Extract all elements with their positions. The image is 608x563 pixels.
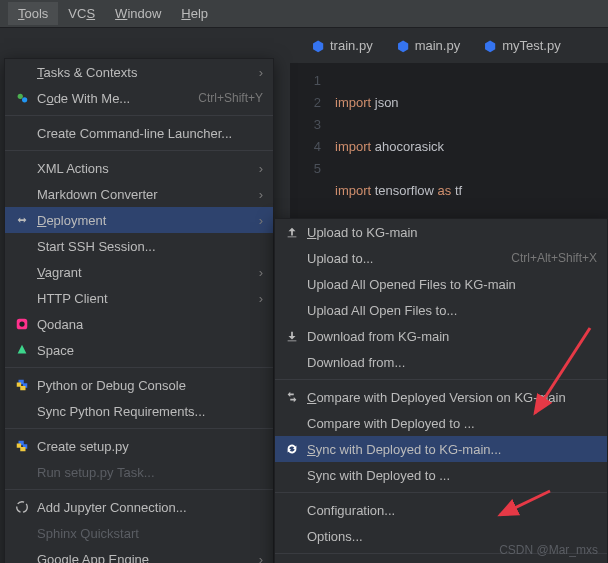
- menu-item-label: Sync Python Requirements...: [37, 404, 263, 419]
- submenu-arrow-icon: ›: [259, 213, 263, 228]
- menu-separator: [5, 115, 273, 116]
- python-file-icon: ⬢: [397, 38, 409, 54]
- python-icon: [13, 439, 31, 453]
- submenu-arrow-icon: ›: [259, 552, 263, 564]
- menu-vcs[interactable]: VCS: [58, 2, 105, 25]
- menu-separator: [5, 367, 273, 368]
- menu-item-label: Sync with Deployed to ...: [307, 468, 597, 483]
- menu-item-label: Code With Me...: [37, 91, 198, 106]
- upload-icon: [283, 225, 301, 239]
- tools-menu-item-6[interactable]: Markdown Converter›: [5, 181, 273, 207]
- deploy-menu-item-10[interactable]: Sync with Deployed to ...: [275, 462, 607, 488]
- menu-separator: [5, 150, 273, 151]
- python-icon: [13, 378, 31, 392]
- deploy-menu-item-12[interactable]: Configuration...: [275, 497, 607, 523]
- tools-menu-item-11[interactable]: Qodana: [5, 311, 273, 337]
- tab-train[interactable]: ⬢train.py: [300, 38, 385, 54]
- tools-menu-item-20[interactable]: Add Jupyter Connection...: [5, 494, 273, 520]
- menu-item-label: Download from...: [307, 355, 597, 370]
- space-icon: [13, 343, 31, 357]
- deploy-menu-item-9[interactable]: Sync with Deployed to KG-main...: [275, 436, 607, 462]
- watermark: CSDN @Mar_mxs: [499, 543, 598, 557]
- menu-item-label: Start SSH Session...: [37, 239, 263, 254]
- tools-menu-item-22[interactable]: Google App Engine›: [5, 546, 273, 563]
- deploy-menu-item-5[interactable]: Download from...: [275, 349, 607, 375]
- menu-window[interactable]: Window: [105, 2, 171, 25]
- menu-item-label: Space: [37, 343, 263, 358]
- tools-menu-item-1[interactable]: Code With Me...Ctrl+Shift+Y: [5, 85, 273, 111]
- tools-menu-item-18: Run setup.py Task...: [5, 459, 273, 485]
- menu-item-label: XML Actions: [37, 161, 251, 176]
- menu-item-label: Upload All Open Files to...: [307, 303, 597, 318]
- main-area: ⬢train.py ⬢main.py ⬢myTest.py 1 2 3 4 5 …: [0, 28, 608, 563]
- menu-separator: [5, 489, 273, 490]
- menu-item-label: Create setup.py: [37, 439, 263, 454]
- submenu-arrow-icon: ›: [259, 187, 263, 202]
- menu-help[interactable]: Help: [171, 2, 218, 25]
- tools-menu-item-9[interactable]: Vagrant›: [5, 259, 273, 285]
- menu-item-label: Compare with Deployed Version on KG-main: [307, 390, 597, 405]
- menu-item-label: Download from KG-main: [307, 329, 597, 344]
- tools-menu-item-14[interactable]: Python or Debug Console: [5, 372, 273, 398]
- tools-menu-item-8[interactable]: Start SSH Session...: [5, 233, 273, 259]
- svg-point-0: [18, 94, 23, 99]
- sync-icon: [283, 442, 301, 456]
- menu-item-label: Google App Engine: [37, 552, 251, 564]
- tools-menu-item-12[interactable]: Space: [5, 337, 273, 363]
- deploy-menu-item-8[interactable]: Compare with Deployed to ...: [275, 410, 607, 436]
- deployment-submenu: Upload to KG-mainUpload to...Ctrl+Alt+Sh…: [274, 218, 608, 563]
- code-with-me-icon: [13, 91, 31, 105]
- menu-item-label: Tasks & Contexts: [37, 65, 251, 80]
- svg-point-4: [17, 502, 28, 513]
- menu-item-label: Markdown Converter: [37, 187, 251, 202]
- menu-item-label: Create Command-line Launcher...: [37, 126, 263, 141]
- menu-item-label: Upload All Opened Files to KG-main: [307, 277, 597, 292]
- deploy-menu-item-1[interactable]: Upload to...Ctrl+Alt+Shift+X: [275, 245, 607, 271]
- tools-menu-item-0[interactable]: Tasks & Contexts›: [5, 59, 273, 85]
- menu-item-label: Deployment: [37, 213, 251, 228]
- menu-shortcut: Ctrl+Shift+Y: [198, 91, 263, 105]
- tab-mytest[interactable]: ⬢myTest.py: [472, 38, 573, 54]
- menu-item-label: Vagrant: [37, 265, 251, 280]
- menu-item-label: Compare with Deployed to ...: [307, 416, 597, 431]
- menu-item-label: Qodana: [37, 317, 263, 332]
- menu-item-label: Upload to...: [307, 251, 511, 266]
- tools-menu-item-17[interactable]: Create setup.py: [5, 433, 273, 459]
- submenu-arrow-icon: ›: [259, 65, 263, 80]
- qodana-icon: [13, 317, 31, 331]
- menu-item-label: Python or Debug Console: [37, 378, 263, 393]
- tools-menu-item-10[interactable]: HTTP Client›: [5, 285, 273, 311]
- submenu-arrow-icon: ›: [259, 265, 263, 280]
- deploy-menu-item-0[interactable]: Upload to KG-main: [275, 219, 607, 245]
- deploy-menu-item-4[interactable]: Download from KG-main: [275, 323, 607, 349]
- tools-menu-item-5[interactable]: XML Actions›: [5, 155, 273, 181]
- menu-shortcut: Ctrl+Alt+Shift+X: [511, 251, 597, 265]
- menu-separator: [275, 492, 607, 493]
- tools-menu-item-7[interactable]: Deployment›: [5, 207, 273, 233]
- menu-item-label: Add Jupyter Connection...: [37, 500, 263, 515]
- download-icon: [283, 329, 301, 343]
- tools-dropdown: Tasks & Contexts›Code With Me...Ctrl+Shi…: [4, 58, 274, 563]
- tools-menu-item-21: Sphinx Quickstart: [5, 520, 273, 546]
- submenu-arrow-icon: ›: [259, 161, 263, 176]
- deployment-icon: [13, 213, 31, 227]
- python-file-icon: ⬢: [484, 38, 496, 54]
- menu-item-label: HTTP Client: [37, 291, 251, 306]
- menu-tools[interactable]: Tools: [8, 2, 58, 25]
- deploy-menu-item-7[interactable]: Compare with Deployed Version on KG-main: [275, 384, 607, 410]
- deploy-menu-item-2[interactable]: Upload All Opened Files to KG-main: [275, 271, 607, 297]
- tab-main[interactable]: ⬢main.py: [385, 38, 473, 54]
- menu-separator: [5, 428, 273, 429]
- menu-separator: [275, 379, 607, 380]
- svg-point-3: [19, 321, 24, 326]
- editor-tabs: ⬢train.py ⬢main.py ⬢myTest.py: [290, 28, 608, 64]
- svg-point-1: [22, 97, 27, 102]
- tools-menu-item-15[interactable]: Sync Python Requirements...: [5, 398, 273, 424]
- submenu-arrow-icon: ›: [259, 291, 263, 306]
- tools-menu-item-3[interactable]: Create Command-line Launcher...: [5, 120, 273, 146]
- deploy-menu-item-15[interactable]: Automatic Upload (Always): [275, 558, 607, 563]
- deploy-menu-item-3[interactable]: Upload All Open Files to...: [275, 297, 607, 323]
- menu-item-label: Sync with Deployed to KG-main...: [307, 442, 597, 457]
- jupyter-icon: [13, 500, 31, 514]
- menubar: Tools VCS Window Help: [0, 0, 608, 28]
